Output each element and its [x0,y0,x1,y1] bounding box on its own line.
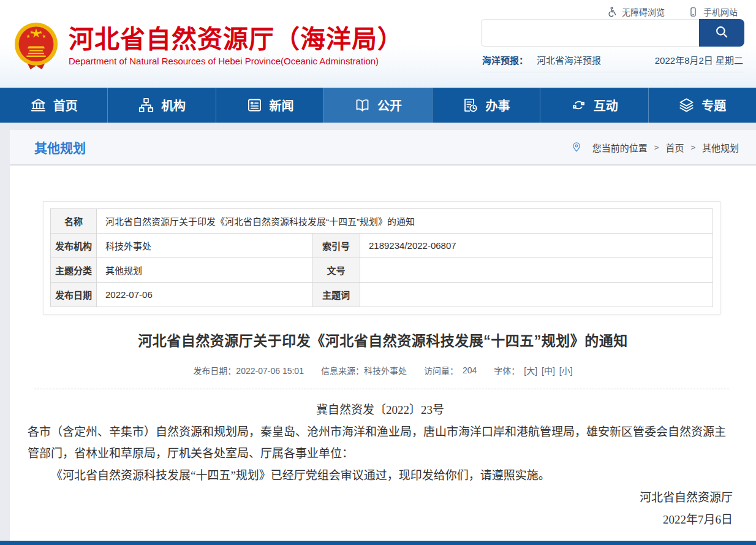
nav-label-home: 首页 [53,96,78,114]
search-bar [481,19,744,47]
accessibility-label: 无障碍浏览 [622,6,665,18]
open-book-icon [354,97,371,113]
search-icon [714,24,730,42]
article-meta: 发布日期：2022-07-06 15:01 信息来源：科技外事处 访问量： 20… [10,364,756,376]
font-size-label: 字体： [494,364,520,376]
nav-item-topics[interactable]: 专题 [648,88,756,123]
nav-item-services[interactable]: 办事 [432,88,540,123]
nav-label-public: 公开 [377,96,402,114]
search-button[interactable] [699,19,744,47]
breadcrumb-separator: > [690,143,695,152]
mobile-phone-icon [688,6,698,18]
nav-item-interact[interactable]: 互动 [540,88,648,123]
meta-source: 信息来源：科技外事处 [321,364,407,376]
table-row: 名称 河北省自然资源厅关于印发《河北省自然资源科技发展“十四五”规划》的通知 [51,209,713,234]
font-size-small-button[interactable]: [小] [559,364,573,376]
official-doc-number: 冀自然资发〔2022〕23号 [28,399,733,421]
table-row: 发布机构 科技外事处 索引号 2189234/2022-06807 [51,234,713,258]
meta-views-value: 204 [463,365,477,375]
doc-keyword-value [360,283,713,307]
national-emblem-logo [12,21,60,71]
nav-label-news: 新闻 [270,96,294,114]
nav-label-interact: 互动 [594,96,618,114]
meta-views-label: 访问量： [424,364,458,376]
doc-org-label: 发布机构 [51,234,97,258]
font-size-medium-button[interactable]: [中] [542,364,555,376]
article-paragraph: 各市（含定州、辛集市）自然资源和规划局，秦皇岛、沧州市海洋和渔业局，唐山市海洋口… [28,421,733,465]
main-nav: 首页 机构 新闻 [0,88,756,123]
content-wrap: 其他规划 您当前的位置 > 首页 > 其他规划 [10,130,756,541]
nav-item-public[interactable]: 公开 [323,88,431,123]
site-subtitle-en: Department of Natural Resources of Hebei… [69,56,403,66]
ocean-forecast-label: 海洋预报： [482,53,528,66]
header-date: 2022年8月2日 星期二 [655,53,743,66]
doc-name-value: 河北省自然资源厅关于印发《河北省自然资源科技发展“十四五”规划》的通知 [97,209,713,234]
nav-item-home[interactable]: 首页 [0,88,107,123]
brand[interactable]: 河北省自然资源厅（海洋局） Department of Natural Reso… [12,19,403,72]
org-chart-icon [138,97,154,113]
doc-index-label: 索引号 [312,234,360,258]
header-right: 海洋预报： 河北省海洋预报 2022年8月2日 星期二 [481,19,744,72]
page: 无障碍浏览 手机网站 [0,0,756,545]
news-icon [246,97,263,113]
accessibility-link[interactable]: 无障碍浏览 [605,6,665,18]
mobile-site-link[interactable]: 手机网站 [688,6,738,18]
meta-publish-date: 发布日期：2022-07-06 15:01 [193,364,304,376]
article-title: 河北省自然资源厅关于印发《河北省自然资源科技发展“十四五”规划》的通知 [10,329,756,350]
doc-org-value: 科技外事处 [97,234,312,258]
main-content: 名称 河北省自然资源厅关于印发《河北省自然资源科技发展“十四五”规划》的通知 发… [10,201,756,545]
header-main: 河北省自然资源厅（海洋局） Department of Natural Reso… [0,18,756,72]
ocean-forecast-link[interactable]: 河北省海洋预报 [537,53,601,66]
doc-topic-value: 其他规划 [97,258,312,283]
topbar: 无障碍浏览 手机网站 [0,0,756,18]
doc-index-value: 2189234/2022-06807 [360,234,713,258]
table-row: 发布日期 2022-07-06 主题词 [51,283,713,307]
service-doc-clock-icon [462,97,478,113]
breadcrumb-bar: 其他规划 您当前的位置 > 首页 > 其他规划 [10,130,756,166]
doc-pubdate-value: 2022-07-06 [97,283,312,307]
home-icon [30,97,47,113]
article-paragraph: 《河北省自然资源科技发展“十四五”规划》已经厅党组会审议通过，现印发给你们，请遵… [28,465,733,487]
font-size-controls: 字体： [大] [中] [小] [494,364,572,376]
wheelchair-icon [605,6,617,18]
forecast-row: 海洋预报： 河北省海洋预报 2022年8月2日 星期二 [481,47,744,72]
breadcrumb-home-link[interactable]: 首页 [665,141,684,154]
search-input[interactable] [481,19,699,47]
document-info-table: 名称 河北省自然资源厅关于印发《河北省自然资源科技发展“十四五”规划》的通知 发… [50,208,713,307]
nav-label-services: 办事 [485,96,510,114]
location-pin-icon [571,141,582,153]
article-body: 冀自然资发〔2022〕23号 各市（含定州、辛集市）自然资源和规划局，秦皇岛、沧… [28,399,733,545]
section-title: 其他规划 [34,138,86,156]
breadcrumb-separator: > [654,143,659,152]
font-size-large-button[interactable]: [大] [524,364,537,376]
document-info-panel: 名称 河北省自然资源厅关于印发《河北省自然资源科技发展“十四五”规划》的通知 发… [43,201,720,314]
table-row: 主题分类 其他规划 文号 [51,258,713,283]
meta-views: 访问量： 204 [424,364,477,376]
nav-label-topics: 专题 [701,96,726,114]
nav-item-news[interactable]: 新闻 [216,88,323,123]
breadcrumb-current[interactable]: 其他规划 [702,141,739,154]
doc-pubdate-label: 发布日期 [51,283,97,307]
doc-number-value [360,258,713,283]
site-header: 无障碍浏览 手机网站 [0,0,756,88]
mobile-site-label: 手机网站 [703,6,738,18]
nav-item-org[interactable]: 机构 [107,88,215,123]
dotted-divider [34,389,729,389]
doc-topic-label: 主题分类 [51,258,97,283]
breadcrumb: 您当前的位置 > 首页 > 其他规划 [571,141,739,154]
article-signer: 河北省自然资源厅 [28,487,733,509]
brand-text: 河北省自然资源厅（海洋局） Department of Natural Reso… [69,25,403,66]
footer-top-strip [0,541,756,545]
doc-number-label: 文号 [312,258,360,283]
doc-name-label: 名称 [51,209,97,234]
layers-icon [678,97,695,113]
nav-label-org: 机构 [161,96,186,114]
article-sign-date: 2022年7月6日 [28,509,733,531]
site-title: 河北省自然资源厅（海洋局） [69,25,403,54]
breadcrumb-location-label: 您当前的位置 [592,141,648,154]
interact-sync-icon [570,97,587,113]
doc-keyword-label: 主题词 [312,283,360,307]
